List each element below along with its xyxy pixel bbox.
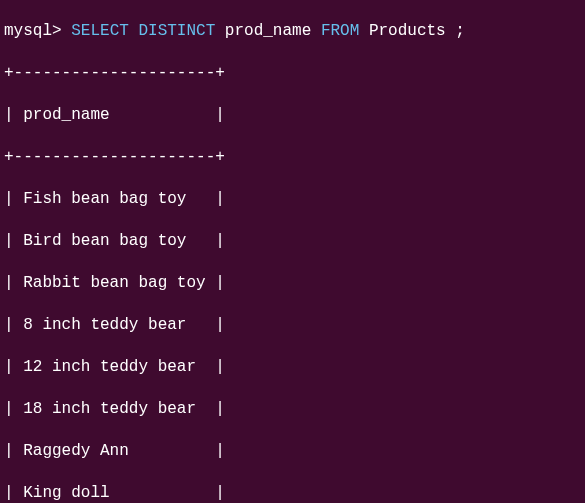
table-row: | King doll | xyxy=(4,483,581,503)
table-row: | 8 inch teddy bear | xyxy=(4,315,581,336)
table-border: +---------------------+ xyxy=(4,63,581,84)
keyword-from: FROM xyxy=(321,22,359,40)
table-row: | 12 inch teddy bear | xyxy=(4,357,581,378)
prompt: mysql> xyxy=(4,22,62,40)
keyword-select: SELECT DISTINCT xyxy=(71,22,215,40)
table-row: | 18 inch teddy bear | xyxy=(4,399,581,420)
identifier-column: prod_name xyxy=(225,22,311,40)
query1-line: mysql> SELECT DISTINCT prod_name FROM Pr… xyxy=(4,21,581,42)
table-border: +---------------------+ xyxy=(4,147,581,168)
mysql-terminal[interactable]: mysql> SELECT DISTINCT prod_name FROM Pr… xyxy=(0,0,585,503)
identifier-table: Products xyxy=(369,22,446,40)
table-row: | Bird bean bag toy | xyxy=(4,231,581,252)
table-header: | prod_name | xyxy=(4,105,581,126)
table-row: | Rabbit bean bag toy | xyxy=(4,273,581,294)
statement-tail: ; xyxy=(446,22,465,40)
table-row: | Fish bean bag toy | xyxy=(4,189,581,210)
table-row: | Raggedy Ann | xyxy=(4,441,581,462)
